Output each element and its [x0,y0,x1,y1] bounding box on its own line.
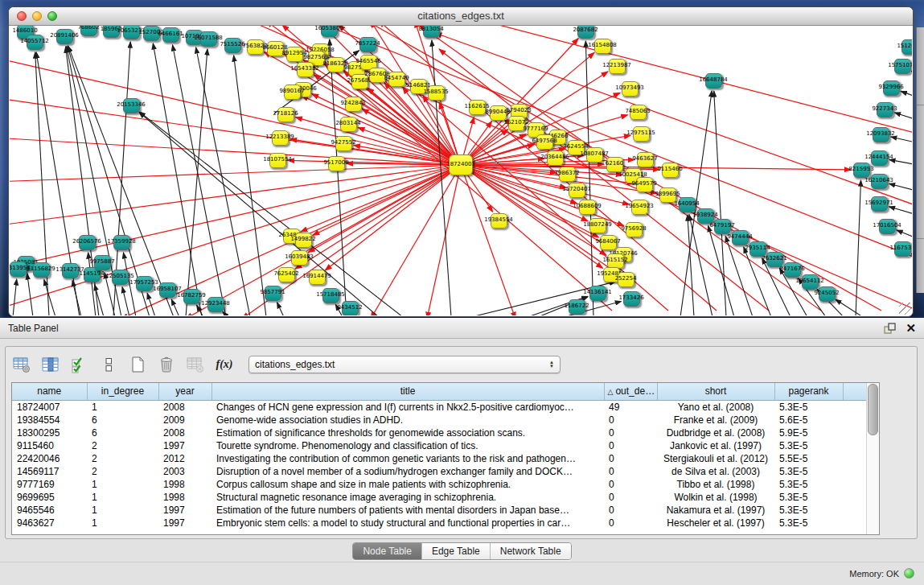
network-node[interactable]: 9649579 [636,177,653,192]
network-node[interactable]: 1186722 [569,299,585,315]
network-node[interactable]: 9427552 [335,136,352,151]
network-node[interactable]: 14055712 [27,35,43,50]
table-cell[interactable]: 5.3E-5 [774,400,843,414]
table-cell[interactable]: Changes of HCN gene expression and I(f) … [211,400,604,414]
table-row[interactable]: 969969511998Structural magnetic resonanc… [12,491,867,504]
network-node[interactable]: 1512074 [901,39,913,55]
network-node[interactable]: 1167533 [894,241,911,257]
table-cell[interactable] [843,414,867,426]
network-node[interactable]: 768602 [80,26,97,36]
table-cell[interactable]: 49 [604,400,657,414]
table-cell[interactable] [843,426,867,439]
network-node[interactable]: 7986372 [559,167,576,182]
float-panel-icon[interactable] [883,322,897,335]
table-cell[interactable]: 0 [604,439,657,452]
network-node[interactable]: 17016504 [879,219,896,234]
network-node[interactable]: 9975887 [94,255,111,270]
network-view-window[interactable]: citations_edges.txt 18724007756382286601… [8,6,914,317]
column-header[interactable]: year [158,383,211,400]
table-cell[interactable] [843,491,867,504]
tab-edge-table[interactable]: Edge Table [421,543,490,559]
network-node[interactable]: 6479197 [714,219,731,234]
table-cell[interactable]: 2 [87,439,158,452]
network-node[interactable]: 2803144 [340,117,357,132]
table-cell[interactable]: Estimation of significance thresholds fo… [211,426,604,439]
table-cell[interactable]: 19384554 [12,414,87,426]
network-node[interactable]: 16210643 [871,174,888,189]
network-node[interactable]: 9756928 [626,222,643,237]
network-node[interactable]: 7563822 [247,39,264,55]
table-cell[interactable]: Dudbridge et al. (2008) [657,426,774,439]
table-cell[interactable]: 9777169 [12,478,87,491]
table-cell[interactable]: 5.9E-5 [774,426,843,439]
column-header[interactable]: in_degree [87,383,158,400]
network-node[interactable]: 7625402 [278,267,295,282]
table-cell[interactable]: 5.3E-5 [774,517,843,529]
network-node[interactable]: 1621072 [508,116,525,131]
table-scrollbar[interactable] [866,383,879,534]
close-panel-icon[interactable]: ✕ [906,322,916,335]
table-cell[interactable]: 5.3E-5 [774,504,843,517]
network-node[interactable]: 15751074 [894,59,911,74]
column-header[interactable] [843,383,867,400]
table-cell[interactable]: Hescheler et al. (1997) [657,517,774,529]
network-node[interactable]: 6466161 [162,27,179,43]
table-cell[interactable]: 14569117 [12,465,87,478]
table-cell[interactable]: 1997 [158,439,211,452]
network-node[interactable]: 15718485 [322,288,339,303]
tab-network-table[interactable]: Network Table [490,543,571,559]
window-resize-grip[interactable] [899,303,911,315]
table-cell[interactable]: 1 [87,400,158,414]
network-node[interactable]: 12444154 [871,150,888,166]
table-cell[interactable]: de Silva et al. (2003) [657,465,774,478]
table-cell[interactable]: Investigating the contribution of common… [211,452,604,465]
network-node[interactable]: 10653237 [123,26,140,39]
column-header[interactable]: name [12,383,87,400]
table-row[interactable]: 977716911998Corpus callosum shape and si… [12,478,867,491]
network-node[interactable]: 12213389 [272,130,289,146]
network-node[interactable]: 10688609 [579,200,596,215]
network-node[interactable]: 10654112 [802,274,819,290]
network-node[interactable]: 5938924 [697,208,714,224]
network-node[interactable]: 16958107 [159,282,176,298]
table-cell[interactable] [843,452,867,465]
table-cell[interactable]: 5.3E-5 [774,439,843,452]
network-node[interactable]: 16648784 [705,73,722,89]
table-cell[interactable] [843,400,867,414]
table-cell[interactable]: 1 [87,478,158,491]
table-row[interactable]: 2242004622012Investigating the contribut… [12,452,867,465]
network-node[interactable]: 14136141 [589,286,606,301]
table-cell[interactable]: 22420046 [12,452,87,465]
network-node[interactable]: 16053809 [321,26,338,37]
network-node[interactable]: 18107554 [269,153,286,168]
table-cell[interactable]: 1998 [158,478,211,491]
network-node[interactable]: 8454749 [388,72,405,87]
table-cell[interactable]: 5.3E-5 [774,478,843,491]
network-node[interactable]: 1162615 [469,100,486,115]
network-node[interactable]: 9463627 [637,152,654,167]
network-node[interactable]: 16154808 [594,39,611,54]
network-node[interactable]: 6497568 [536,134,553,150]
table-cell[interactable]: Disruption of a novel member of a sodium… [211,465,604,478]
network-node[interactable]: 16071588 [200,31,217,47]
network-node[interactable]: 10807487 [586,147,603,163]
table-cell[interactable]: 2008 [158,426,211,439]
network-node[interactable]: 9899695 [659,187,676,203]
network-node[interactable]: 62160 [606,157,623,172]
table-cell[interactable]: 2008 [158,400,211,414]
table-cell[interactable]: 0 [604,478,657,491]
network-node[interactable]: 15692971 [871,196,888,212]
table-cell[interactable]: Stergiakouli et al. (2012) [657,452,774,465]
column-header[interactable]: pagerank [774,383,843,400]
network-node[interactable]: 26206576 [79,235,96,250]
table-cell[interactable]: 9463627 [12,517,87,529]
column-chooser-icon[interactable] [41,355,60,374]
table-cell[interactable]: 0 [604,426,657,439]
network-node[interactable]: 8990448 [490,105,507,121]
table-cell[interactable]: 1997 [158,504,211,517]
network-node[interactable]: 1615152 [607,253,624,269]
network-node[interactable]: 9474444 [732,230,749,245]
table-cell[interactable]: Tourette syndrome. Phenomenology and cla… [211,439,604,452]
table-cell[interactable]: Estimation of the future numbers of pati… [211,504,604,517]
function-builder-icon[interactable]: f(x) [215,355,234,374]
